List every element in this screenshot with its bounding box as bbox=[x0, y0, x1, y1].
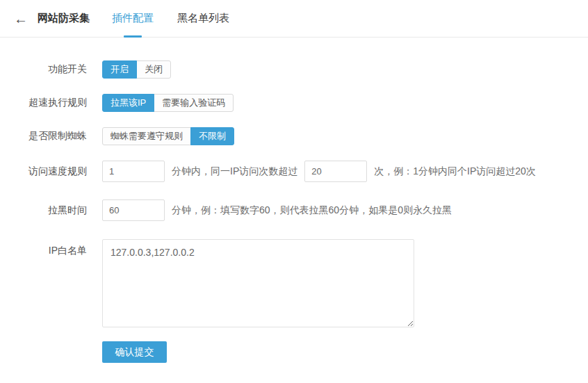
function-switch-group: 开启 关闭 bbox=[102, 60, 171, 79]
form-row-speed-rule: 访问速度规则 分钟内，同一IP访问次数超过 次，例：1分钟内同个IP访问超过20… bbox=[0, 161, 588, 182]
field-label: 超速执行规则 bbox=[0, 97, 87, 109]
speed-minutes-input[interactable] bbox=[102, 161, 165, 182]
form-row-limit-spider: 是否限制蜘蛛 蜘蛛需要遵守规则 不限制 bbox=[0, 127, 588, 145]
back-icon[interactable]: ← bbox=[13, 10, 29, 27]
field-label: 拉黑时间 bbox=[0, 204, 87, 217]
tab-plugin-config[interactable]: 插件配置 bbox=[106, 0, 159, 37]
tab-label: 黑名单列表 bbox=[177, 12, 229, 25]
field-label: IP白名单 bbox=[0, 239, 87, 257]
field-label: 功能开关 bbox=[0, 63, 87, 76]
submit-row: 确认提交 bbox=[102, 341, 588, 363]
switch-on-button[interactable]: 开启 bbox=[102, 60, 137, 79]
tab-bar: 插件配置 黑名单列表 bbox=[106, 0, 247, 37]
limit-spider-group: 蜘蛛需要遵守规则 不限制 bbox=[102, 127, 234, 145]
spider-follow-rules-button[interactable]: 蜘蛛需要遵守规则 bbox=[102, 127, 191, 145]
field-label: 是否限制蜘蛛 bbox=[0, 130, 87, 142]
speed-rule-example-text: 次，例：1分钟内同个IP访问超过20次 bbox=[374, 165, 536, 178]
form-row-ip-whitelist: IP白名单 127.0.0.3,127.0.0.2 bbox=[0, 239, 588, 327]
speed-count-input[interactable] bbox=[304, 161, 367, 182]
active-tab-underline bbox=[124, 35, 142, 38]
tab-blacklist[interactable]: 黑名单列表 bbox=[172, 0, 235, 37]
page-title: 网站防采集 bbox=[38, 12, 90, 25]
overspeed-rule-group: 拉黑该IP 需要输入验证码 bbox=[102, 94, 234, 112]
form-row-overspeed-rule: 超速执行规则 拉黑该IP 需要输入验证码 bbox=[0, 94, 588, 112]
require-captcha-button[interactable]: 需要输入验证码 bbox=[154, 94, 234, 112]
page-header: ← 网站防采集 插件配置 黑名单列表 bbox=[0, 0, 588, 38]
blacklist-ip-button[interactable]: 拉黑该IP bbox=[102, 94, 154, 112]
tab-label: 插件配置 bbox=[112, 12, 154, 25]
form-row-block-time: 拉黑时间 分钟，例：填写数字60，则代表拉黑60分钟，如果是0则永久拉黑 bbox=[0, 199, 588, 221]
switch-off-button[interactable]: 关闭 bbox=[136, 60, 171, 79]
speed-rule-mid-text: 分钟内，同一IP访问次数超过 bbox=[172, 165, 297, 178]
ip-whitelist-textarea[interactable]: 127.0.0.3,127.0.0.2 bbox=[102, 239, 414, 327]
no-limit-button[interactable]: 不限制 bbox=[190, 127, 234, 145]
block-time-input[interactable] bbox=[102, 199, 165, 221]
field-label: 访问速度规则 bbox=[0, 165, 87, 178]
confirm-submit-button[interactable]: 确认提交 bbox=[102, 341, 167, 363]
block-time-example-text: 分钟，例：填写数字60，则代表拉黑60分钟，如果是0则永久拉黑 bbox=[172, 204, 452, 217]
plugin-config-form: 功能开关 开启 关闭 超速执行规则 拉黑该IP 需要输入验证码 是否限制蜘蛛 蜘… bbox=[0, 38, 588, 363]
form-row-function-switch: 功能开关 开启 关闭 bbox=[0, 60, 588, 79]
